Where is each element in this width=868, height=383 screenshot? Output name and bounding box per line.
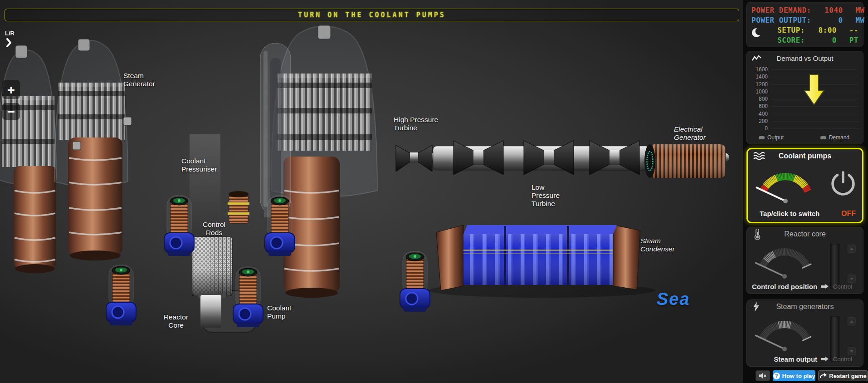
- moon-icon: [751, 27, 762, 38]
- power-output-label: POWER OUTPUT:: [751, 15, 811, 25]
- y-tick: 200: [751, 118, 768, 125]
- power-demand-unit: MW: [847, 5, 865, 15]
- coolant-pumps-header: Coolant pumps: [748, 149, 862, 163]
- restart-game-button[interactable]: Restart game: [818, 370, 868, 381]
- waves-icon: [753, 152, 766, 161]
- how-to-play-button[interactable]: ? How to play: [773, 370, 815, 381]
- big-down-arrow-icon: [804, 74, 824, 106]
- chevron-right-icon[interactable]: [6, 38, 12, 47]
- lightning-icon: [752, 301, 760, 312]
- y-tick: 0: [751, 125, 768, 132]
- coolant-pumps-gauge: [751, 165, 819, 208]
- power-button[interactable]: [829, 169, 858, 198]
- left-right-view-toggle[interactable]: L/R: [5, 30, 15, 37]
- zoom-in-button[interactable]: +: [2, 80, 20, 99]
- slider-down-button: [848, 347, 856, 355]
- label-steam-generator: Steam Generator: [123, 72, 155, 88]
- reactor-core-caption: Control rod position Control: [747, 283, 863, 290]
- label-reactor-core: Reactor Core: [160, 313, 192, 329]
- y-tick: 1600: [751, 66, 768, 73]
- power-output-value: 0: [815, 15, 843, 25]
- plant-3d-viewport[interactable]: Steam Generator Coolant Pressuriser High…: [0, 0, 743, 383]
- muted-speaker-icon: [759, 372, 767, 379]
- score-unit: PT: [840, 35, 858, 45]
- control-sidebar: POWER DEMAND: 1040 MW POWER OUTPUT: 0 MW…: [743, 0, 868, 383]
- right-arrow-icon: [821, 358, 825, 360]
- slider-up-button: [848, 317, 856, 325]
- y-tick: 1000: [751, 88, 768, 95]
- electrical-generator-body: [644, 144, 726, 178]
- coolant-pumps-panel[interactable]: Coolant pumps Tap/click to switch OFF: [746, 148, 863, 223]
- chart-body: 1600 1400 1200 1000 800 600 400 200 0: [747, 65, 863, 133]
- coolant-pump-3d: [265, 196, 295, 256]
- power-demand-row: POWER DEMAND: 1040 MW: [751, 5, 858, 15]
- pressuriser-column: [260, 43, 291, 217]
- steam-generators-gauge: [751, 313, 819, 356]
- output-swatch: [759, 136, 765, 139]
- objective-text: TURN ON THE COOLANT PUMPS: [298, 11, 446, 19]
- label-coolant-pump: Coolant Pump: [267, 304, 291, 320]
- score-value: 0: [809, 35, 837, 45]
- how-to-play-label: How to play: [782, 373, 815, 379]
- y-tick: 400: [751, 110, 768, 118]
- y-tick: 800: [751, 95, 768, 103]
- setup-unit: --: [840, 25, 858, 35]
- steam-generators-caption: Steam output Control: [747, 355, 863, 363]
- chart-y-axis: 1600 1400 1200 1000 800 600 400 200 0: [751, 66, 771, 133]
- legend-item-output: Output: [759, 134, 784, 141]
- plant-3d-drawing: [0, 0, 743, 383]
- label-high-pressure-turbine: High Pressure Turbine: [394, 116, 438, 132]
- pressuriser-heater-coil: [228, 191, 249, 223]
- reactor-core-header: Reactor core: [747, 227, 863, 241]
- mute-button[interactable]: [756, 370, 770, 381]
- score-row: SCORE: 0 PT: [751, 35, 858, 45]
- demand-vs-output-chart-panel: Demand vs Output 1600 1400 1200 1000 800…: [746, 51, 863, 144]
- coolant-pumps-title: Coolant pumps: [779, 152, 831, 160]
- legend-demand-label: Demand: [829, 134, 849, 141]
- control-rod-position-label: Control rod position: [752, 283, 817, 290]
- thermometer-icon: [752, 229, 762, 240]
- control-caption-disabled: Control: [833, 283, 852, 290]
- setup-timer-row: SETUP: 8:00 --: [751, 25, 858, 35]
- coolant-pumps-state-badge: OFF: [841, 210, 856, 218]
- setup-value: 8:00: [809, 25, 837, 35]
- chart-header: Demand vs Output: [747, 51, 863, 65]
- turbine-generator-assembly: [396, 141, 729, 178]
- slider-up-button: [848, 245, 856, 253]
- question-icon: ?: [773, 373, 780, 379]
- steam-output-slider: [830, 316, 839, 362]
- reactor-core-panel: Reactor core Control rod position Contro…: [746, 227, 863, 294]
- y-tick: 1200: [751, 81, 768, 88]
- steam-generators-header: Steam generators: [747, 300, 863, 314]
- reactor-core-title: Reactor core: [784, 230, 826, 238]
- label-control-rods: Control Rods: [195, 221, 233, 237]
- coolant-pump-3d: [400, 251, 430, 312]
- reactor-core-gauge: [751, 240, 819, 283]
- power-output-unit: MW: [847, 15, 865, 25]
- steam-generators-panel: Steam generators Steam output Control: [746, 300, 863, 367]
- slider-down-button: [848, 275, 856, 283]
- power-output-row: POWER OUTPUT: 0 MW: [751, 15, 858, 25]
- footer-toolbar: ? How to play Restart game: [743, 370, 868, 382]
- zoom-out-button[interactable]: −: [2, 103, 20, 120]
- steam-generators-title: Steam generators: [776, 303, 834, 311]
- sparkline-icon: [752, 54, 762, 62]
- control-rod-slider: [830, 244, 839, 289]
- y-tick: 600: [751, 103, 768, 110]
- control-caption-disabled: Control: [833, 356, 852, 363]
- objective-banner: TURN ON THE COOLANT PUMPS: [5, 9, 739, 21]
- steam-generator-vessel-mid: [54, 39, 128, 260]
- power-demand-value: 1040: [815, 5, 843, 15]
- label-sea: Sea: [657, 290, 690, 309]
- label-electrical-generator: Electrical Generator: [674, 125, 706, 142]
- chart-legend: Output Demand: [747, 133, 863, 141]
- coolant-pump-3d: [164, 196, 194, 256]
- coolant-pump-3d: [106, 265, 136, 325]
- label-low-pressure-turbine: Low Pressure Turbine: [532, 183, 560, 208]
- label-coolant-pressuriser: Coolant Pressuriser: [181, 157, 217, 173]
- steam-condenser-body: [429, 225, 655, 298]
- redo-arrow-icon: [819, 373, 827, 379]
- steam-output-label: Steam output: [774, 355, 817, 363]
- right-arrow-icon: [821, 285, 825, 288]
- coolant-pump-3d: [233, 267, 263, 327]
